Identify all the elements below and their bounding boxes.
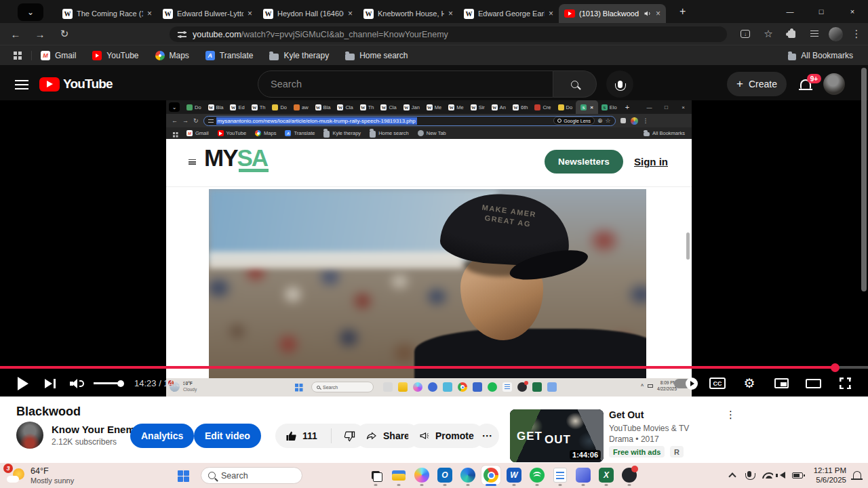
wikipedia-favicon: W [464, 9, 474, 19]
new-tab-button[interactable]: + [679, 5, 686, 18]
account-avatar[interactable] [823, 73, 845, 95]
tab-groups-icon[interactable] [806, 26, 823, 42]
suggested-menu-icon[interactable]: ⋮ [726, 409, 736, 421]
taskbar-search-box[interactable]: Search [201, 467, 302, 484]
close-icon[interactable]: × [549, 9, 553, 18]
page-scrollbar[interactable] [861, 68, 867, 291]
channel-name[interactable]: Know Your Enemy [52, 424, 140, 435]
create-button[interactable]: + Create [727, 72, 787, 96]
back-icon[interactable]: ← [5, 23, 26, 45]
miniplayer-button[interactable] [768, 371, 795, 396]
mic-icon[interactable] [747, 471, 751, 477]
obs-button[interactable] [620, 466, 639, 485]
more-actions-button[interactable]: ⋯ [475, 424, 499, 448]
send-to-device-icon[interactable]: ↓ [736, 26, 754, 42]
edit-video-button[interactable]: Edit video [194, 424, 261, 448]
browser-tab[interactable]: W Heydon Hall (16460071826 × [258, 4, 358, 23]
file-explorer-button[interactable] [389, 466, 408, 485]
spotify-button[interactable] [528, 466, 547, 485]
video-surface[interactable]: ⌄ Do W Bla W [166, 100, 692, 396]
bookmark-item[interactable]: YouTube [92, 51, 138, 60]
progress-bar[interactable] [0, 366, 868, 369]
browser-menu-icon[interactable]: ⋮ [848, 26, 865, 42]
task-view-button[interactable] [366, 466, 385, 485]
captions-button[interactable]: CC [704, 371, 731, 396]
close-icon[interactable]: × [248, 9, 252, 18]
close-window-icon[interactable]: × [837, 0, 868, 22]
recorded-tab-label: Do [566, 104, 573, 110]
like-button[interactable]: 111 [275, 424, 326, 448]
restore-icon[interactable]: □ [806, 0, 837, 22]
browser-tab[interactable]: W Knebworth House, Hertfor × [358, 4, 458, 23]
voice-search-button[interactable] [606, 70, 633, 98]
extensions-icon[interactable] [783, 26, 800, 42]
close-icon[interactable]: × [348, 9, 353, 18]
recorded-bookmark-item: YouTube [218, 129, 246, 138]
bookmark-item[interactable]: Home search [345, 51, 408, 60]
browser-tab[interactable]: W Edward Bulwer-Lytton Vani × [157, 4, 258, 23]
google-lens-chip: Google Lens [553, 117, 595, 125]
browser-tab[interactable]: W Edward George Earle Lytto × [458, 4, 559, 23]
suggested-thumbnail[interactable]: GETOUT 1:44:06 [510, 409, 604, 462]
search-button[interactable] [553, 70, 597, 98]
address-bar[interactable]: youtube.com/watch?v=pvvjSiGMuCI&ab_chann… [170, 26, 727, 42]
volume-icon[interactable] [64, 371, 91, 396]
bookmark-item[interactable]: Translate [205, 51, 254, 60]
promote-button[interactable]: Promote [408, 424, 484, 448]
windows-start-button[interactable] [178, 470, 183, 476]
wifi-icon[interactable] [762, 472, 773, 479]
theater-mode-button[interactable] [800, 371, 827, 396]
excel-button[interactable]: X [597, 466, 616, 485]
bookmark-label: Maps [170, 51, 189, 60]
next-button[interactable] [37, 371, 64, 396]
volume-slider[interactable] [94, 382, 122, 384]
chrome-button[interactable] [481, 466, 500, 485]
settings-gear-icon[interactable]: ⚙ [736, 371, 763, 396]
weather-widget[interactable]: 3 64°F Mostly sunny [7, 466, 74, 485]
word-button[interactable]: W [505, 466, 524, 485]
search-input[interactable] [269, 78, 549, 90]
suggested-title[interactable]: Get Out [609, 409, 644, 420]
bookmark-item[interactable]: Gmail [41, 51, 76, 60]
bookmark-star-icon[interactable]: ☆ [760, 26, 777, 42]
channel-avatar[interactable] [16, 422, 43, 449]
tray-expand-icon[interactable] [728, 472, 736, 480]
all-bookmarks-button[interactable]: All Bookmarks [788, 45, 853, 66]
search-bar[interactable] [258, 70, 553, 98]
reload-icon[interactable]: ↻ [54, 23, 75, 45]
minimize-icon[interactable]: — [774, 0, 806, 22]
notification-center-icon[interactable] [853, 471, 861, 479]
copilot-button[interactable] [412, 466, 431, 485]
recorded-favicon: W [403, 104, 410, 110]
browser-tab-active[interactable]: (1013) Blackwood - You × [559, 4, 666, 23]
like-dislike-group: 111 [275, 424, 366, 448]
bookmark-item[interactable]: Maps [155, 51, 189, 60]
youtube-logo[interactable]: YouTube [39, 77, 113, 92]
notes-button[interactable] [551, 466, 570, 485]
browser-tab[interactable]: W The Coming Race (1871) - × [57, 4, 157, 23]
play-button[interactable] [9, 371, 37, 396]
speaker-icon[interactable] [780, 472, 785, 479]
outlook-button[interactable]: O [435, 466, 454, 485]
analytics-button[interactable]: Analytics [130, 424, 194, 448]
bookmark-item[interactable]: Kyle therapy [269, 51, 329, 60]
close-icon[interactable]: × [448, 9, 453, 18]
cc-icon: CC [709, 378, 726, 389]
fullscreen-button[interactable] [831, 371, 859, 396]
edge-button[interactable] [458, 466, 477, 485]
apps-grid-icon[interactable] [14, 52, 17, 55]
close-icon[interactable]: × [147, 9, 152, 18]
battery-icon[interactable] [792, 472, 803, 479]
close-icon[interactable]: × [656, 9, 660, 18]
tab-search-button[interactable]: ⌄ [18, 3, 43, 21]
site-settings-icon[interactable] [178, 30, 186, 39]
suggested-channel[interactable]: YouTube Movies & TV [609, 424, 689, 433]
autoplay-toggle[interactable] [672, 371, 699, 396]
profile-avatar[interactable] [829, 27, 843, 41]
system-clock[interactable]: 12:11 PM 5/6/2025 [807, 466, 846, 485]
app-button[interactable] [574, 466, 593, 485]
menu-hamburger-icon[interactable] [15, 80, 28, 89]
bookmark-icon [218, 130, 224, 136]
recorded-address-bar: mysanantonio.com/news/local/article/elon… [203, 116, 616, 126]
forward-icon[interactable]: → [30, 23, 50, 45]
